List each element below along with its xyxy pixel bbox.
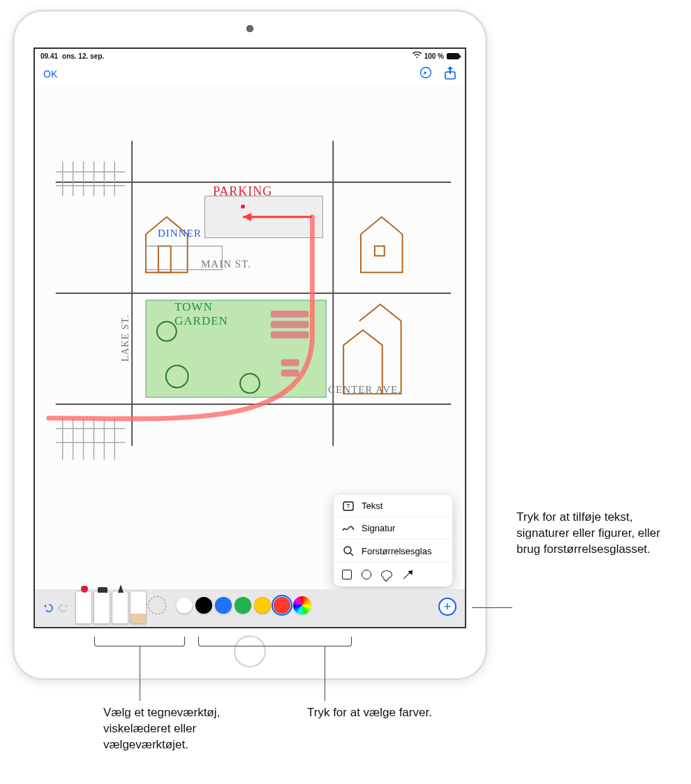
markup-pen-icon[interactable] (419, 66, 433, 82)
tool-eraser[interactable] (130, 591, 147, 624)
callout-line (140, 646, 140, 701)
svg-rect-26 (375, 246, 385, 256)
ok-button[interactable]: OK (43, 68, 57, 80)
status-time: 09.41 (40, 52, 58, 60)
add-menu-popup: T Tekst Signatur Forstørrelsesglas (334, 495, 452, 586)
sketch-label-center-ave: CENTER AVE. (328, 384, 401, 396)
tool-marker[interactable] (75, 591, 92, 624)
color-swatch[interactable] (176, 597, 193, 614)
menu-item-signature[interactable]: Signatur (334, 517, 452, 540)
share-icon[interactable] (444, 66, 456, 82)
battery-icon (447, 53, 459, 59)
color-swatch[interactable] (254, 597, 271, 614)
tool-group (75, 591, 166, 624)
menu-shapes-row (334, 563, 452, 586)
sketch-label-dinner: DINNER (158, 228, 202, 239)
menu-item-label: Signatur (362, 523, 395, 533)
wifi-icon (413, 52, 422, 60)
svg-rect-32 (271, 311, 309, 318)
screen: 09.41 ons. 12. sep. 100 % OK (34, 47, 466, 628)
svg-rect-25 (158, 246, 171, 272)
signature-icon (342, 524, 355, 533)
ipad-frame: 09.41 ons. 12. sep. 100 % OK (13, 10, 487, 680)
color-swatch[interactable] (274, 597, 290, 614)
status-date: ons. 12. sep. (62, 52, 104, 60)
menu-item-label: Forstørrelsesglas (362, 546, 431, 556)
tool-highlighter[interactable] (94, 591, 110, 624)
text-box-icon: T (342, 501, 355, 511)
shape-arrow-icon[interactable] (403, 570, 412, 579)
svg-rect-35 (281, 359, 299, 366)
markup-toolbar: + (35, 589, 465, 627)
battery-pct: 100 % (424, 52, 444, 60)
sketch-label-main-st: MAIN ST. (201, 258, 251, 270)
color-swatch[interactable] (195, 597, 212, 614)
svg-line-40 (350, 553, 353, 556)
tool-pencil[interactable] (112, 591, 128, 624)
camera-dot (246, 25, 253, 32)
menu-item-label: Tekst (362, 501, 382, 511)
svg-point-24 (241, 205, 245, 209)
svg-point-39 (344, 547, 351, 554)
callout-bracket-tools (94, 637, 185, 646)
callout-line (325, 646, 325, 701)
sketch-label-lake-st: LAKE ST. (120, 314, 131, 362)
status-bar: 09.41 ons. 12. sep. 100 % (35, 49, 465, 63)
sketch-label-parking: PARKING (213, 184, 272, 199)
undo-button[interactable] (40, 600, 54, 614)
callout-colors: Tryk for at vælge farver. (307, 705, 432, 721)
callout-add: Tryk for at tilføje tekst, signaturer el… (517, 510, 677, 558)
callout-tools: Vælg et tegneværktøj, viskelæderet eller… (103, 705, 243, 753)
svg-rect-33 (271, 321, 309, 328)
color-swatches (176, 596, 311, 614)
callout-line (472, 607, 512, 608)
color-picker-wheel[interactable] (293, 596, 311, 614)
color-swatch[interactable] (215, 597, 232, 614)
magnifier-icon (342, 545, 355, 556)
color-swatch[interactable] (235, 597, 251, 614)
svg-rect-36 (281, 369, 299, 376)
sketch-label-town: TOWN (174, 300, 213, 314)
callout-bracket-colors (198, 637, 352, 646)
redo-button (57, 600, 71, 614)
svg-rect-34 (271, 332, 309, 339)
menu-item-text[interactable]: T Tekst (334, 495, 452, 517)
sketch-label-garden: GARDEN (174, 314, 228, 328)
svg-text:T: T (346, 503, 350, 510)
add-button[interactable]: + (438, 598, 456, 616)
shape-circle-icon[interactable] (362, 570, 371, 579)
nav-bar: OK (35, 63, 465, 85)
menu-item-magnifier[interactable]: Forstørrelsesglas (334, 540, 452, 563)
tool-lasso[interactable] (148, 596, 166, 614)
shape-rectangle-icon[interactable] (342, 570, 352, 579)
shape-speech-bubble-icon[interactable] (381, 570, 392, 579)
